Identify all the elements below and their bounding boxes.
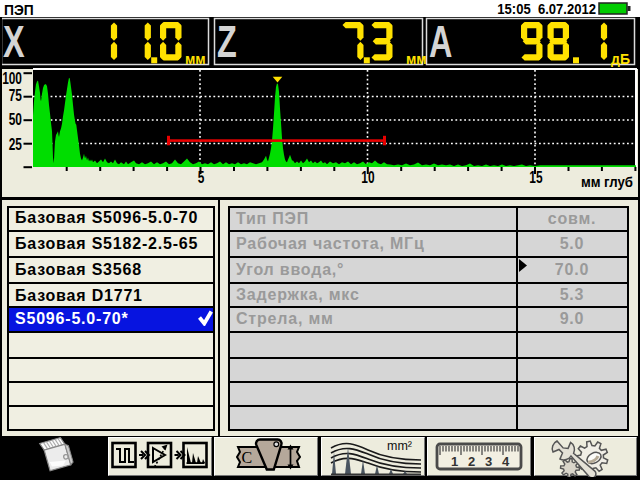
svg-text:3: 3 (485, 454, 492, 469)
svg-text:2: 2 (468, 454, 475, 469)
svg-text:4: 4 (502, 454, 510, 469)
svg-text:1: 1 (451, 454, 458, 469)
svg-text:mm²: mm² (387, 439, 412, 453)
svg-text:C: C (242, 449, 253, 466)
